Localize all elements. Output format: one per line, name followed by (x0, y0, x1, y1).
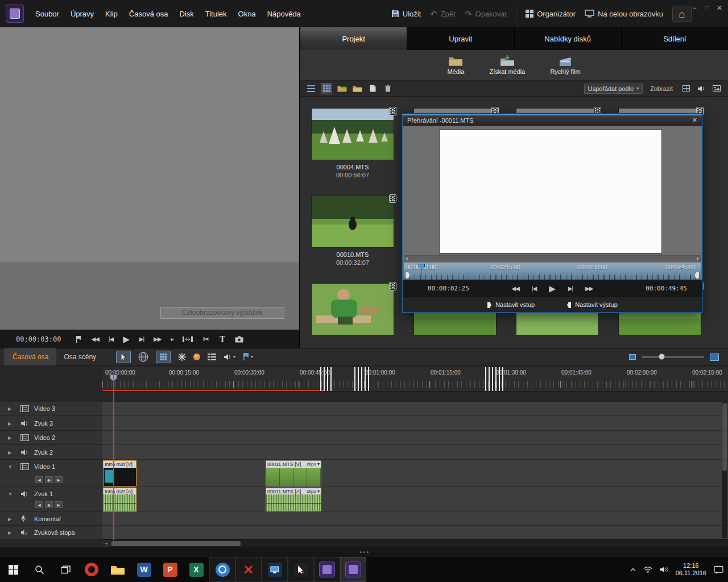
expand-icon[interactable]: ▶ (8, 406, 11, 411)
properties-icon[interactable] (208, 354, 216, 360)
menu-upravy[interactable]: Úpravy (71, 10, 94, 18)
volume-icon[interactable] (660, 566, 668, 573)
open-folder-icon[interactable] (351, 83, 363, 94)
next-keyframe-button[interactable]: ▶ (55, 476, 63, 483)
fullscreen-button[interactable]: Na celou obrazovku (585, 10, 663, 18)
horizontal-scrollbar[interactable]: ◂ (102, 539, 728, 547)
close-button[interactable]: ✕ (717, 4, 722, 12)
track-lane[interactable] (102, 460, 728, 487)
step-forward-icon[interactable]: ▶| (139, 336, 144, 342)
start-button[interactable] (0, 557, 26, 582)
set-in-button[interactable]: Nastavit vstup (487, 301, 535, 308)
taskbar-app-powerpoint[interactable]: P (157, 557, 183, 582)
menu-okna[interactable]: Okna (238, 10, 256, 18)
shuttle-icon[interactable]: ▸ (171, 336, 173, 342)
taskbar-app-blue[interactable] (209, 557, 235, 582)
taskbar-app-monitor[interactable] (262, 557, 288, 582)
panel-resize-handle[interactable] (0, 547, 728, 558)
taskbar-app-red[interactable] (235, 557, 262, 582)
expand-icon[interactable]: ▶ (8, 516, 11, 521)
play-icon[interactable]: ▶ (123, 335, 130, 343)
taskbar-app-premiere-2[interactable] (340, 557, 366, 582)
list-view-icon[interactable] (305, 83, 317, 94)
taskbar-app-explorer[interactable] (105, 557, 131, 582)
split-clip-icon[interactable]: ✂ (202, 335, 210, 343)
search-button[interactable] (26, 557, 52, 582)
grid-view-icon[interactable] (321, 83, 332, 94)
media-item[interactable] (302, 282, 403, 348)
track-lane[interactable] (102, 487, 728, 512)
maximize-button[interactable]: □ (705, 4, 709, 12)
zoom-in-icon[interactable] (710, 354, 719, 361)
vertical-scrollbar[interactable] (722, 402, 727, 538)
minimize-button[interactable]: − (693, 4, 697, 12)
preview-window[interactable]: Přehrávání -00011.MTS ✕ ◂ ▸ 00:00:00:00 … (402, 114, 702, 313)
menu-titulek[interactable]: Titulek (205, 10, 227, 18)
track-header[interactable]: ▶ Video 2 (0, 431, 102, 445)
delete-icon[interactable] (382, 83, 394, 94)
expand-icon[interactable]: ▶ (8, 450, 11, 455)
track-header[interactable]: ▼ Zvuk 1 ◀ ◆ ▶ (0, 487, 102, 512)
text-tool-icon[interactable]: T (220, 334, 225, 344)
track-lane[interactable] (102, 526, 728, 539)
view-audio-icon[interactable] (696, 83, 707, 94)
view-grid-icon[interactable] (680, 83, 692, 94)
volume-rubber-band[interactable] (104, 501, 136, 501)
next-keyframe-button[interactable]: ▶ (55, 501, 63, 508)
track-header[interactable]: ▶ Komentář (0, 512, 102, 526)
organizer-button[interactable]: Organizátor (526, 10, 576, 18)
menu-soubor[interactable]: Soubor (35, 10, 59, 18)
scrollbar-thumb[interactable] (722, 403, 727, 471)
tab-sdileni[interactable]: Sdílení (621, 27, 728, 50)
menu-napoveda[interactable]: Nápověda (267, 10, 301, 18)
fast-forward-icon[interactable]: ▶▶ (154, 336, 161, 342)
expand-icon[interactable]: ▶ (8, 530, 11, 535)
monitor-timecode[interactable]: 00:00:03:00 (16, 335, 61, 343)
collapse-icon[interactable]: ▼ (8, 492, 13, 497)
timeline-ruler[interactable]: 00:00:00:00 00:00:15:00 00:00:30:00 00:0… (102, 367, 728, 392)
save-button[interactable]: Uložit (391, 10, 421, 18)
view-image-icon[interactable] (711, 83, 722, 94)
sort-dropdown[interactable]: Uspořádat podle ▾ (584, 84, 643, 94)
zoom-slider[interactable] (642, 356, 704, 358)
expand-icon[interactable]: ▶ (8, 435, 11, 440)
menu-casova-osa[interactable]: Časová osa (129, 10, 168, 18)
track-header[interactable]: ▼ Video 1 ◀ ◆ ▶ (0, 460, 102, 487)
track-lane[interactable] (102, 512, 728, 526)
volume-rubber-band[interactable] (266, 501, 321, 501)
tab-nabidky-disku[interactable]: Nabídky disků (514, 27, 621, 50)
scroll-left-icon[interactable]: ◂ (102, 540, 110, 547)
scrollbar-thumb[interactable] (111, 541, 241, 546)
snap-toggle-icon[interactable] (156, 351, 171, 363)
media-button[interactable]: Média (447, 55, 464, 75)
collapse-icon[interactable]: ▼ (8, 464, 13, 469)
track-lane[interactable] (102, 445, 728, 460)
task-view-button[interactable] (52, 557, 78, 582)
tab-projekt[interactable]: Projekt (300, 27, 407, 50)
rewind-icon[interactable]: ◀◀ (91, 336, 98, 342)
home-button[interactable]: ⌂ (672, 6, 692, 22)
snapshot-icon[interactable] (235, 336, 243, 343)
taskbar-app-excel[interactable]: X (183, 557, 209, 582)
preview-scroll-strip[interactable]: ◂ ▸ (404, 255, 701, 261)
scroll-left-icon[interactable]: ◂ (406, 256, 408, 261)
get-media-button[interactable]: Získat média (489, 55, 525, 75)
add-keyframe-button[interactable]: ◆ (45, 476, 53, 483)
track-lane[interactable] (102, 416, 728, 431)
network-icon[interactable] (643, 566, 652, 573)
step-back-icon[interactable]: |◀ (109, 336, 113, 342)
track-header[interactable]: ▶ ♪ Zvuková stopa (0, 526, 102, 539)
scroll-right-icon[interactable]: ▸ (697, 256, 699, 261)
zoom-slider-thumb[interactable] (659, 354, 665, 360)
audio-tools-button[interactable]: ▾ (224, 354, 235, 360)
marker-button[interactable]: ▾ (243, 353, 253, 360)
rewind-icon[interactable]: ◀◀ (512, 286, 519, 292)
step-forward-icon[interactable]: ▶| (568, 286, 573, 292)
media-item-00010[interactable]: 00010.MTS 00:00:32:07 (302, 194, 403, 280)
track-header[interactable]: ▶ Zvuk 2 (0, 445, 102, 460)
quick-movie-button[interactable]: Rychlý film (550, 55, 580, 75)
redo-button[interactable]: ↷ Opakovat (465, 10, 507, 18)
media-item-00004[interactable]: 00004.MTS 00:00:56:07 (302, 107, 403, 192)
effects-tool-icon[interactable] (178, 353, 186, 361)
taskbar-app-word[interactable]: W (131, 557, 157, 582)
